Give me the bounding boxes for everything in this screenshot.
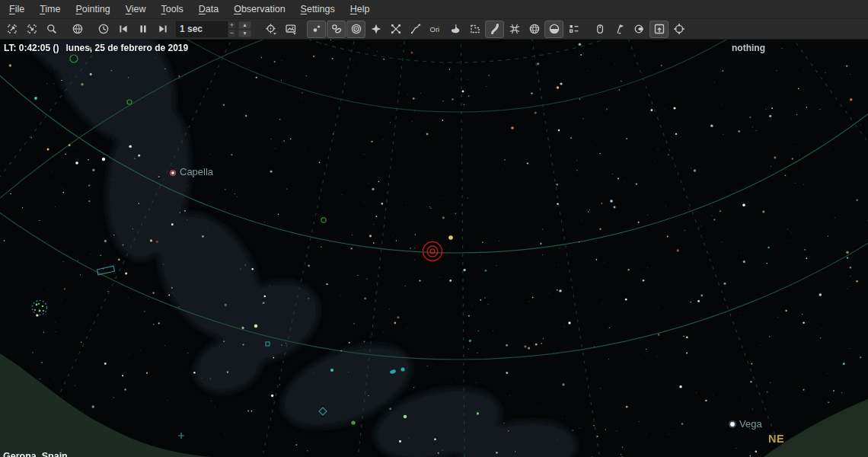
eclipse-view-button[interactable] (630, 21, 649, 38)
hips-overlay-icon (653, 23, 665, 35)
milky-way-band (12, 40, 582, 457)
show-constellation-names-button[interactable]: Ori (426, 21, 445, 38)
set-time-button[interactable] (94, 21, 113, 38)
main-toolbar: + − ▲ ▼ Ori (0, 19, 868, 40)
menu-item-pointing[interactable]: Pointing (68, 1, 117, 18)
show-milky-way-icon (489, 23, 501, 35)
mouse-info-icon (594, 23, 606, 35)
show-equatorial-grid-button[interactable] (505, 21, 524, 38)
find-object-icon (46, 23, 58, 35)
time-step-up-button[interactable]: ▲ (238, 21, 251, 29)
geographic-location-icon (72, 23, 84, 35)
sky-canvas (0, 40, 868, 457)
zoom-region-icon (26, 23, 38, 35)
telescope-target-icon (673, 23, 685, 35)
time-pause-button[interactable] (133, 21, 152, 38)
show-constellation-names-icon: Ori (429, 23, 442, 35)
time-step-plus-button[interactable]: + (228, 21, 236, 30)
show-constellation-art-button[interactable] (445, 21, 464, 38)
show-supernovae-button[interactable] (366, 21, 385, 38)
show-flags-button[interactable] (564, 21, 583, 38)
show-satellites-icon (390, 23, 402, 35)
focus-object-icon (265, 23, 277, 35)
show-solar-system-button[interactable] (346, 21, 365, 38)
time-step-forward-button[interactable] (153, 21, 172, 38)
show-stars-button[interactable] (307, 21, 326, 38)
show-ground-button[interactable] (544, 21, 563, 38)
show-equatorial-grid-icon (509, 23, 521, 35)
mouse-info-button[interactable] (590, 21, 609, 38)
whats-interesting-icon (614, 23, 626, 35)
time-step-forward-icon (157, 23, 169, 35)
time-step-widget: + − ▲ ▼ (176, 21, 251, 37)
show-constellation-boundaries-icon (469, 23, 481, 35)
whats-interesting-button[interactable] (610, 21, 629, 38)
export-image-icon (285, 23, 297, 35)
time-step-back-icon (117, 23, 129, 35)
time-step-back-button[interactable] (113, 21, 132, 38)
time-step-input[interactable] (176, 21, 228, 37)
show-ground-icon (548, 23, 560, 35)
zoom-fit-icon (6, 23, 18, 35)
focus-object-button[interactable] (261, 21, 280, 38)
menu-bar: FileTimePointingViewToolsDataObservation… (0, 0, 868, 19)
show-constellation-lines-button[interactable] (406, 21, 425, 38)
menu-item-help[interactable]: Help (343, 1, 378, 18)
show-satellites-button[interactable] (386, 21, 405, 38)
telescope-target-button[interactable] (669, 21, 688, 38)
show-stars-icon (311, 23, 323, 35)
menu-item-file[interactable]: File (2, 1, 32, 18)
hips-overlay-button[interactable] (649, 21, 669, 38)
svg-text:Ori: Ori (429, 25, 439, 34)
show-flags-icon (568, 23, 580, 35)
show-supernovae-icon (370, 23, 382, 35)
menu-item-time[interactable]: Time (32, 1, 68, 18)
show-horizontal-grid-button[interactable] (525, 21, 544, 38)
zoom-region-button[interactable] (22, 21, 41, 38)
show-constellation-art-icon (449, 23, 461, 35)
sky-map[interactable]: LT: 0:42:05 () lunes, 25 de febrero de 2… (0, 40, 868, 457)
show-constellation-boundaries-button[interactable] (465, 21, 484, 38)
show-constellation-lines-icon (410, 23, 422, 35)
focus-reticle (423, 242, 442, 261)
zoom-fit-button[interactable] (2, 21, 21, 38)
show-deep-sky-icon (330, 23, 343, 35)
show-horizontal-grid-icon (528, 23, 541, 35)
menu-item-settings[interactable]: Settings (293, 1, 343, 18)
time-pause-icon (137, 23, 149, 35)
geographic-location-button[interactable] (68, 21, 87, 38)
find-object-button[interactable] (42, 21, 61, 38)
show-solar-system-icon (350, 23, 362, 35)
ground-right (761, 399, 868, 457)
time-step-down-button[interactable]: ▼ (238, 30, 251, 37)
show-milky-way-button[interactable] (485, 21, 504, 38)
menu-item-view[interactable]: View (118, 1, 154, 18)
menu-item-tools[interactable]: Tools (154, 1, 191, 18)
eclipse-view-icon (633, 23, 646, 35)
menu-item-data[interactable]: Data (191, 1, 226, 18)
export-image-button[interactable] (281, 21, 300, 38)
time-step-minus-button[interactable]: − (228, 29, 236, 37)
set-time-icon (97, 23, 110, 35)
show-deep-sky-button[interactable] (327, 21, 346, 38)
menu-item-observation[interactable]: Observation (226, 1, 292, 18)
